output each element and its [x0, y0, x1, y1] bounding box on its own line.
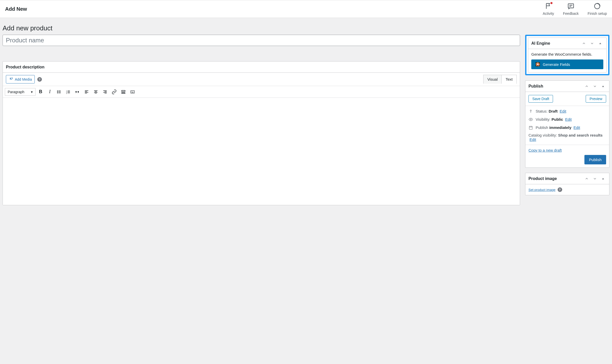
ai-engine-box: AI Engine Generate the WooCommerce field… — [528, 38, 607, 72]
italic-button[interactable]: I — [46, 88, 54, 96]
pin-icon — [528, 109, 533, 114]
feedback-label: Feedback — [563, 11, 579, 16]
chevron-up-icon — [582, 41, 586, 45]
svg-marker-49 — [602, 178, 604, 179]
move-up-button[interactable] — [581, 40, 587, 46]
topbar-title: Add New — [5, 6, 27, 12]
move-up-button[interactable] — [584, 176, 590, 182]
page-title: Add new product — [3, 24, 609, 32]
toolbar-toggle-button[interactable] — [128, 88, 137, 96]
svg-point-44 — [530, 119, 532, 120]
link-button[interactable] — [110, 88, 118, 96]
publish-button[interactable]: Publish — [584, 155, 606, 164]
finish-setup-button[interactable]: Finish setup — [588, 3, 607, 16]
edit-visibility-link[interactable]: Edit — [565, 117, 572, 122]
svg-point-42 — [530, 110, 532, 111]
edit-schedule-link[interactable]: Edit — [573, 125, 580, 130]
schedule-value: immediately — [549, 125, 571, 130]
product-description-title: Product description — [6, 65, 44, 69]
chevron-down-icon — [593, 177, 597, 181]
activity-button[interactable]: Activity — [543, 3, 554, 16]
toggle-panel-button[interactable] — [600, 176, 606, 182]
move-up-button[interactable] — [584, 83, 590, 89]
topbar-actions: Activity Feedback Finish setup — [543, 3, 607, 16]
editor-content-area[interactable] — [3, 98, 520, 205]
blockquote-button[interactable] — [73, 88, 81, 96]
preview-button[interactable]: Preview — [586, 95, 606, 103]
publish-title: Publish — [528, 84, 543, 89]
format-select-label: Paragraph — [8, 90, 24, 94]
flag-icon — [545, 3, 552, 10]
schedule-row: Publish immediately Edit — [536, 125, 580, 130]
toggle-panel-button[interactable] — [597, 40, 603, 46]
align-center-button[interactable] — [92, 88, 100, 96]
move-down-button[interactable] — [592, 83, 598, 89]
triangle-up-icon — [598, 41, 602, 45]
svg-point-3 — [57, 91, 58, 91]
set-product-image-link[interactable]: Set product image — [528, 188, 556, 192]
add-media-label: Add Media — [15, 77, 32, 81]
svg-marker-40 — [599, 43, 601, 44]
status-label: Status: — [536, 109, 548, 113]
visibility-label: Visibility: — [536, 117, 550, 122]
tab-text[interactable]: Text — [502, 75, 517, 84]
status-value: Draft — [549, 109, 558, 113]
edit-catalog-link[interactable]: Edit — [529, 137, 536, 142]
align-right-button[interactable] — [101, 88, 109, 96]
align-center-icon — [93, 89, 98, 94]
schedule-label: Publish — [536, 125, 548, 130]
svg-rect-0 — [568, 4, 573, 8]
visibility-row: Visibility: Public Edit — [536, 117, 572, 122]
bold-button[interactable]: B — [37, 88, 45, 96]
ai-engine-title: AI Engine — [531, 41, 550, 46]
numbered-list-icon: 123 — [66, 89, 71, 94]
product-name-input[interactable] — [3, 35, 520, 46]
read-more-icon — [121, 89, 126, 94]
catalog-row: Catalog visibility: Shop and search resu… — [525, 133, 609, 145]
svg-point-4 — [57, 92, 58, 92]
svg-point-2 — [10, 78, 11, 79]
keyboard-icon — [130, 89, 135, 94]
format-select[interactable]: Paragraph ▾ — [5, 88, 36, 96]
align-left-button[interactable] — [83, 88, 91, 96]
align-right-icon — [102, 89, 108, 94]
add-media-button[interactable]: Add Media — [6, 75, 35, 83]
bullet-list-button[interactable] — [55, 88, 63, 96]
svg-rect-29 — [122, 93, 125, 93]
chevron-up-icon — [585, 84, 589, 88]
move-down-button[interactable] — [589, 40, 595, 46]
svg-point-5 — [57, 93, 58, 93]
triangle-up-icon — [601, 84, 605, 88]
feedback-button[interactable]: Feedback — [563, 3, 579, 16]
product-image-box: Product image Set product image ? — [525, 173, 609, 195]
ai-engine-highlight: AI Engine Generate the WooCommerce field… — [525, 35, 609, 75]
catalog-value: Shop and search results — [558, 133, 603, 137]
media-icon — [9, 77, 13, 82]
help-icon[interactable]: ? — [37, 77, 42, 82]
eye-icon — [528, 117, 533, 122]
chevron-down-icon — [593, 84, 597, 88]
generate-fields-button[interactable]: 🎇 Generate Fields — [531, 59, 603, 69]
numbered-list-button[interactable]: 123 — [64, 88, 72, 96]
sparkle-icon: 🎇 — [535, 62, 540, 67]
edit-status-link[interactable]: Edit — [560, 109, 566, 113]
align-left-icon — [84, 89, 89, 94]
save-draft-button[interactable]: Save Draft — [528, 95, 553, 103]
progress-circle-icon — [594, 3, 601, 10]
catalog-label: Catalog visibility: — [528, 133, 557, 137]
help-icon[interactable]: ? — [558, 187, 562, 192]
move-down-button[interactable] — [592, 176, 598, 182]
product-image-title: Product image — [528, 176, 557, 181]
activity-label: Activity — [543, 11, 554, 16]
toggle-panel-button[interactable] — [600, 83, 606, 89]
insert-more-button[interactable] — [119, 88, 127, 96]
svg-rect-45 — [529, 126, 532, 129]
chevron-up-icon — [585, 177, 589, 181]
triangle-up-icon — [601, 177, 605, 181]
bold-icon: B — [39, 89, 42, 94]
tab-visual[interactable]: Visual — [483, 75, 502, 84]
svg-text:3: 3 — [66, 92, 67, 94]
status-row: Status: Draft Edit — [536, 109, 566, 113]
copy-draft-link[interactable]: Copy to a new draft — [528, 148, 606, 152]
visibility-value: Public — [551, 117, 563, 122]
